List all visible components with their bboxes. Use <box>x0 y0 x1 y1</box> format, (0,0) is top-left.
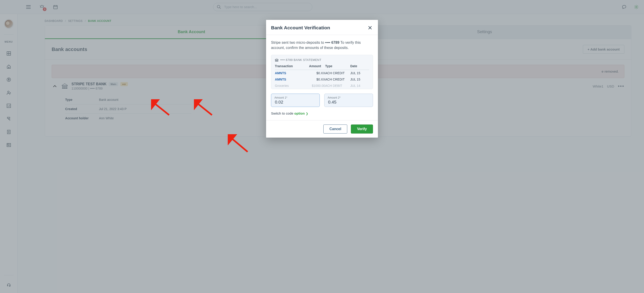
stmt-r2-date: JUL 15 <box>350 76 369 82</box>
statement-preview: •••• 6789 BANK STATEMENT Transaction Amo… <box>271 55 373 89</box>
svg-line-11 <box>196 102 212 115</box>
stmt-r1-txn: AMNTS <box>275 70 304 76</box>
stmt-r1-type: ACH CREDIT <box>325 70 350 76</box>
modal-title: Bank Account Verification <box>271 25 330 30</box>
col-type: Type <box>325 64 350 70</box>
col-amount: Amount <box>304 64 325 70</box>
stmt-r1-amt: $0.XX <box>304 70 325 76</box>
amount-2-field[interactable]: Amount 2* <box>324 94 373 107</box>
modal-overlay[interactable]: Bank Account Verification Stripe sent tw… <box>0 0 644 293</box>
cancel-button[interactable]: Cancel <box>323 124 347 134</box>
amount-1-field[interactable]: Amount 1* <box>271 94 320 107</box>
annotation-arrow-1 <box>151 99 171 117</box>
stmt-r2-type: ACH CREDIT <box>325 76 350 82</box>
svg-line-12 <box>230 137 248 152</box>
stmt-r2-amt: $0.XX <box>304 76 325 82</box>
verify-button[interactable]: Verify <box>351 124 373 134</box>
chevron-right-icon: ❯ <box>306 112 308 115</box>
switch-to-code-link[interactable]: Switch to code option ❯ <box>271 112 373 115</box>
stmt-r3-date: JUL 14 <box>350 82 369 89</box>
close-button[interactable] <box>367 25 373 31</box>
modal-description: Stripe sent two micro-deposits to •••• 6… <box>271 40 373 50</box>
amount-1-label: Amount 1* <box>274 96 316 99</box>
amount-2-label: Amount 2* <box>328 96 370 99</box>
stmt-r3-amt: $1000.00 <box>304 82 325 89</box>
annotation-arrow-3 <box>228 134 250 154</box>
bank-icon <box>275 58 278 62</box>
stmt-r3-type: ACH DEBIT <box>325 82 350 89</box>
statement-title: •••• 6789 BANK STATEMENT <box>280 58 321 62</box>
verification-modal: Bank Account Verification Stripe sent tw… <box>266 20 378 138</box>
col-transaction: Transaction <box>275 64 304 70</box>
amount-2-input[interactable] <box>328 99 370 105</box>
annotation-arrow-2 <box>194 99 214 117</box>
stmt-r1-date: JUL 15 <box>350 70 369 76</box>
close-icon <box>368 26 372 30</box>
amount-1-input[interactable] <box>274 99 316 105</box>
stmt-r2-txn: AMNTS <box>275 76 304 82</box>
col-date: Date <box>350 64 369 70</box>
stmt-r3-txn: Groceries <box>275 82 304 89</box>
svg-line-10 <box>153 102 169 115</box>
